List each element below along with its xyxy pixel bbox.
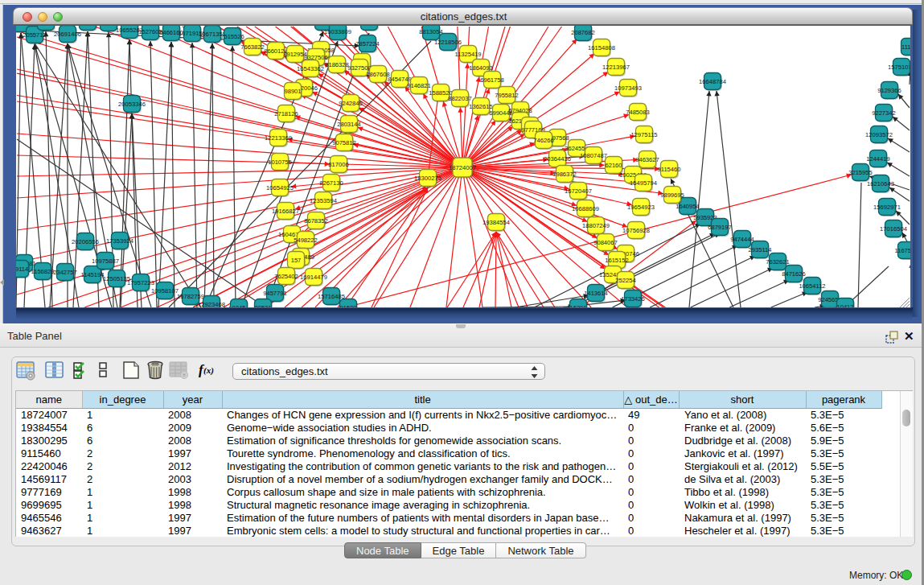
svg-text:9129366: 9129366: [877, 87, 901, 94]
svg-text:17957223: 17957223: [127, 279, 154, 286]
svg-text:10654112: 10654112: [799, 282, 825, 290]
svg-text:15716485: 15716485: [318, 293, 345, 300]
svg-text:7485083: 7485083: [626, 109, 650, 116]
svg-text:9075812: 9075812: [332, 139, 356, 146]
svg-text:18724007: 18724007: [449, 164, 476, 171]
svg-text:9463627: 9463627: [635, 156, 659, 163]
svg-text:12353594: 12353594: [310, 197, 337, 204]
svg-text:6879197: 6879197: [708, 224, 732, 231]
svg-text:9899695: 9899695: [660, 192, 684, 199]
svg-text:16033809: 16033809: [324, 28, 351, 35]
svg-text:1156829: 1156829: [31, 268, 55, 275]
svg-text:1733426: 1733426: [621, 295, 645, 303]
svg-text:9242845: 9242845: [339, 100, 363, 107]
svg-text:17016504: 17016504: [880, 225, 907, 233]
svg-text:10756928: 10756928: [622, 227, 650, 234]
svg-text:12218506: 12218506: [434, 39, 462, 46]
svg-text:19654923: 19654923: [627, 204, 655, 211]
svg-text:9084067: 9084067: [593, 239, 618, 246]
svg-text:1244419: 1244419: [866, 155, 890, 163]
svg-text:20053346: 20053346: [118, 101, 146, 108]
svg-text:2342757: 2342757: [53, 269, 77, 276]
svg-text:10412: 10412: [836, 303, 853, 307]
svg-text:7986372: 7986372: [552, 171, 577, 178]
svg-text:17353924: 17353924: [106, 237, 133, 245]
svg-text:2087682: 2087682: [571, 29, 595, 36]
svg-text:8267130: 8267130: [319, 179, 343, 187]
svg-text:9146821: 9146821: [407, 82, 431, 89]
svg-text:(x): (x): [203, 365, 214, 376]
svg-text:1010755: 1010755: [268, 159, 292, 166]
svg-text:2867608: 2867608: [366, 71, 390, 78]
svg-text:1615152: 1615152: [605, 257, 629, 264]
svg-text:2718126: 2718126: [274, 110, 298, 117]
svg-text:7515526: 7515526: [220, 33, 244, 40]
svg-text:18300275: 18300275: [414, 175, 441, 182]
svg-text:9474444: 9474444: [730, 236, 754, 243]
svg-text:12923468: 12923468: [198, 301, 225, 307]
svg-text:12213369: 12213369: [265, 134, 292, 142]
svg-text:2803144: 2803144: [337, 121, 361, 128]
svg-text:6961758: 6961758: [480, 76, 504, 84]
svg-text:20521: 20521: [254, 304, 271, 307]
svg-text:10975887: 10975887: [92, 257, 119, 265]
svg-text:7632621: 7632621: [766, 258, 790, 266]
svg-text:9457791: 9457791: [263, 290, 287, 297]
svg-text:11121: 11121: [901, 43, 910, 51]
svg-text:2055712: 2055712: [23, 31, 47, 39]
svg-text:3215955: 3215955: [848, 169, 873, 176]
svg-text:8186328: 8186328: [325, 61, 349, 68]
svg-text:16391: 16391: [569, 304, 586, 307]
svg-text:11325419: 11325419: [454, 51, 481, 58]
svg-text:16154808: 16154808: [588, 44, 615, 51]
svg-text:1167533: 1167533: [895, 247, 911, 254]
svg-text:10973493: 10973493: [614, 84, 642, 92]
svg-text:2935114: 2935114: [749, 246, 772, 253]
svg-text:157: 157: [291, 257, 302, 264]
svg-text:746266: 746266: [533, 137, 553, 144]
svg-text:12213967: 12213967: [602, 64, 630, 71]
svg-text:91530: 91530: [339, 304, 356, 307]
svg-text:9115460: 9115460: [658, 166, 681, 173]
svg-text:16782759: 16782759: [177, 293, 204, 300]
svg-text:16543362: 16543362: [297, 65, 324, 72]
svg-text:98901: 98901: [284, 88, 301, 95]
svg-text:9245: 9245: [232, 304, 246, 307]
svg-text:252254: 252254: [615, 277, 635, 284]
svg-text:7955812: 7955812: [495, 92, 519, 99]
svg-text:8678352: 8678352: [304, 217, 328, 225]
svg-text:20691406: 20691406: [54, 31, 81, 38]
svg-text:19166827: 19166827: [272, 208, 299, 215]
svg-text:12975115: 12975115: [630, 131, 657, 138]
svg-text:8813054: 8813054: [419, 28, 443, 35]
svg-text:39114: 39114: [16, 266, 28, 273]
svg-text:1413614: 1413614: [584, 290, 608, 297]
svg-text:7663822: 7663822: [240, 43, 265, 51]
svg-text:12505135: 12505135: [103, 275, 130, 282]
svg-text:16914479: 16914479: [300, 274, 327, 281]
svg-text:16648784: 16648784: [699, 78, 726, 85]
svg-text:62160: 62160: [605, 162, 622, 169]
svg-text:7625402: 7625402: [274, 273, 298, 280]
svg-text:18807249: 18807249: [582, 222, 610, 229]
svg-text:10654925: 10654925: [266, 184, 294, 192]
svg-text:5498222: 5498222: [294, 237, 318, 244]
svg-text:15692971: 15692971: [873, 204, 901, 211]
svg-text:1145194: 1145194: [81, 271, 105, 278]
svg-text:8471626: 8471626: [782, 270, 806, 278]
svg-text:15495794: 15495794: [630, 179, 657, 187]
svg-text:9227342: 9227342: [872, 109, 896, 117]
svg-text:12093572: 12093572: [865, 131, 893, 138]
svg-text:8822037: 8822037: [448, 95, 472, 102]
svg-text:7857224: 7857224: [355, 40, 380, 47]
svg-text:15751074: 15751074: [888, 64, 910, 71]
svg-text:10958107: 10958107: [151, 287, 179, 295]
svg-text:19384554: 19384554: [483, 219, 510, 226]
svg-text:10688609: 10688609: [572, 205, 599, 212]
svg-text:15720407: 15720407: [565, 187, 592, 195]
svg-text:20364436: 20364436: [544, 155, 571, 163]
svg-text:16210643: 16210643: [867, 180, 894, 187]
svg-text:817006: 817006: [328, 161, 348, 168]
svg-text:10807487: 10807487: [580, 152, 607, 159]
svg-text:1864093: 1864093: [469, 64, 493, 72]
